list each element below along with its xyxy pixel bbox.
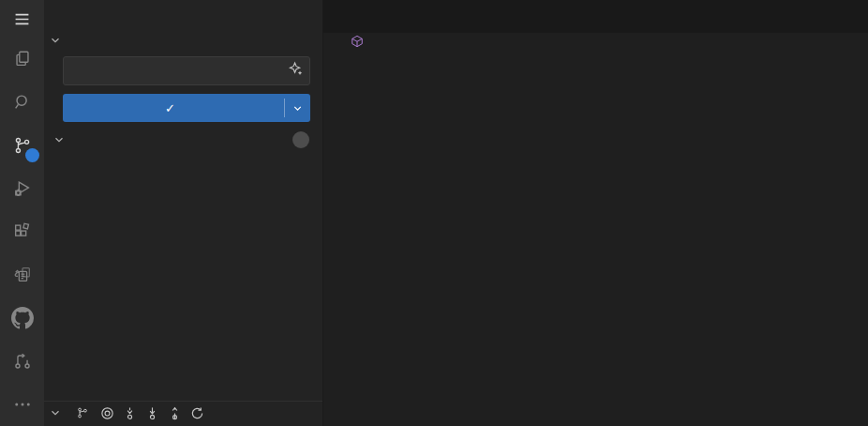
commit-dropdown-button[interactable]	[285, 94, 310, 122]
sparkle-icon[interactable]	[288, 61, 304, 81]
graph-section	[44, 401, 322, 426]
source-control-icon[interactable]	[0, 124, 44, 167]
commit-button[interactable]: ✓	[63, 94, 310, 122]
pull-request-icon[interactable]	[0, 340, 44, 383]
chevron-down-icon	[48, 405, 63, 420]
scm-badge	[25, 148, 39, 162]
changes-section-header[interactable]	[44, 30, 322, 51]
source-control-sidebar: ✓	[44, 0, 323, 426]
explorer-icon[interactable]	[0, 38, 44, 81]
auto-repo-button[interactable]	[76, 406, 92, 419]
pin-current-icon[interactable]	[100, 406, 114, 420]
breadcrumb	[323, 33, 868, 53]
docs-sync-icon[interactable]	[0, 253, 44, 297]
changes-count-badge	[292, 131, 309, 148]
more-actions-icon[interactable]	[0, 383, 44, 426]
fetch-icon[interactable]	[123, 406, 137, 420]
pull-icon[interactable]	[145, 406, 159, 420]
github-icon[interactable]	[0, 297, 44, 340]
debug-icon[interactable]	[0, 167, 44, 210]
refresh-icon[interactable]	[190, 406, 204, 420]
tab-bar	[323, 0, 868, 33]
editor-group	[323, 0, 868, 426]
search-icon[interactable]	[0, 81, 44, 124]
check-icon: ✓	[165, 101, 175, 115]
extensions-icon[interactable]	[0, 210, 44, 253]
symbol-module-icon	[351, 35, 364, 51]
commit-message-input[interactable]	[63, 56, 310, 85]
chevron-down-icon	[48, 33, 63, 48]
push-icon[interactable]	[168, 406, 182, 420]
chevron-down-icon	[52, 132, 67, 147]
activity-bar	[0, 0, 44, 426]
vscode-window: ✓	[0, 0, 868, 426]
changes-tree-header[interactable]	[44, 129, 322, 150]
menu-icon[interactable]	[0, 0, 44, 38]
code-editor[interactable]	[323, 53, 868, 426]
